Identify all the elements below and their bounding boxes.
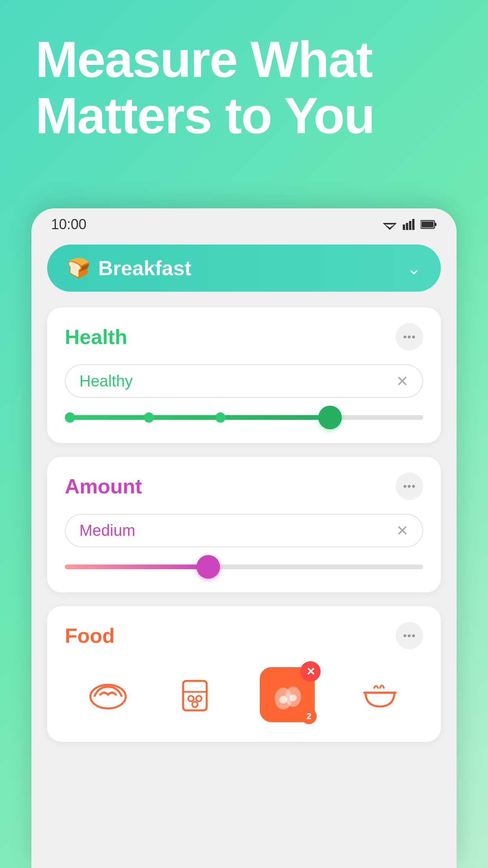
amount-tag-close-icon[interactable]: ✕ <box>396 522 409 539</box>
health-card-title: Health <box>65 325 127 349</box>
amount-tag-chip: Medium ✕ <box>65 514 423 547</box>
health-slider-dot-2 <box>144 412 154 423</box>
phone-mockup: 10:00 <box>31 208 457 868</box>
signal-icon <box>403 219 415 230</box>
food-item-bowl[interactable] <box>358 673 402 716</box>
svg-rect-11 <box>183 681 207 710</box>
health-tag-close-icon[interactable]: ✕ <box>396 373 409 390</box>
svg-point-15 <box>192 702 198 707</box>
food-icons-row: ✕ 2 <box>65 663 423 726</box>
svg-rect-3 <box>403 224 405 230</box>
health-card: Health ••• Healthy ✕ <box>47 307 441 443</box>
amount-slider-thumb[interactable] <box>196 555 220 579</box>
phone-content: 🍞 Breakfast ⌄ Health ••• Healthy ✕ <box>31 237 457 861</box>
food-more-button[interactable]: ••• <box>396 622 423 649</box>
food-item-cereal[interactable] <box>173 673 216 716</box>
eggs-icon <box>270 677 305 712</box>
health-card-header: Health ••• <box>65 323 423 351</box>
hero-title-line1: Measure What <box>35 31 372 88</box>
hero-title-line2: Matters to You <box>35 87 374 144</box>
health-slider-fill <box>65 415 330 420</box>
health-slider-dot-1 <box>65 412 75 423</box>
breakfast-button[interactable]: 🍞 Breakfast ⌄ <box>47 245 441 292</box>
food-card-header: Food ••• <box>65 622 423 649</box>
breakfast-label: Breakfast <box>98 256 191 280</box>
amount-card: Amount ••• Medium ✕ <box>47 457 441 592</box>
health-slider-thumb[interactable] <box>318 406 342 429</box>
food-item-eggs[interactable]: ✕ 2 <box>260 667 315 722</box>
hero-title: Measure What Matters to You <box>35 31 453 144</box>
chevron-down-icon: ⌄ <box>407 258 421 278</box>
svg-rect-5 <box>409 221 411 230</box>
breakfast-left: 🍞 Breakfast <box>67 256 191 280</box>
amount-tag-text: Medium <box>79 522 135 539</box>
health-slider[interactable] <box>65 412 423 423</box>
bowl-icon <box>358 673 402 716</box>
food-item-bread[interactable] <box>86 673 130 716</box>
health-tag-chip: Healthy ✕ <box>65 364 423 398</box>
breakfast-icon: 🍞 <box>67 257 90 279</box>
status-bar: 10:00 <box>31 208 457 237</box>
amount-card-title: Amount <box>65 474 142 498</box>
health-slider-dot-3 <box>215 412 226 423</box>
amount-slider-fill <box>65 565 208 569</box>
amount-more-button[interactable]: ••• <box>396 473 423 500</box>
svg-point-10 <box>90 685 126 708</box>
health-more-button[interactable]: ••• <box>396 323 423 351</box>
svg-rect-4 <box>406 223 408 230</box>
svg-rect-8 <box>435 223 437 226</box>
amount-slider-track <box>65 565 423 569</box>
status-time: 10:00 <box>51 216 86 233</box>
svg-point-13 <box>188 696 194 701</box>
amount-card-header: Amount ••• <box>65 473 423 500</box>
cereal-icon <box>173 673 216 716</box>
food-card-title: Food <box>65 624 115 647</box>
status-icons <box>383 219 437 230</box>
bread-icon <box>86 673 130 716</box>
svg-point-19 <box>290 694 297 701</box>
eggs-remove-badge[interactable]: ✕ <box>300 661 321 682</box>
eggs-count-badge: 2 <box>301 708 317 724</box>
wifi-icon <box>383 219 397 230</box>
health-slider-track <box>65 415 423 420</box>
svg-rect-6 <box>412 219 415 230</box>
amount-slider[interactable] <box>65 561 423 573</box>
food-card: Food ••• <box>47 606 441 742</box>
health-tag-text: Healthy <box>79 372 133 390</box>
svg-rect-9 <box>422 222 434 228</box>
svg-point-14 <box>196 696 202 701</box>
battery-icon <box>420 220 437 229</box>
